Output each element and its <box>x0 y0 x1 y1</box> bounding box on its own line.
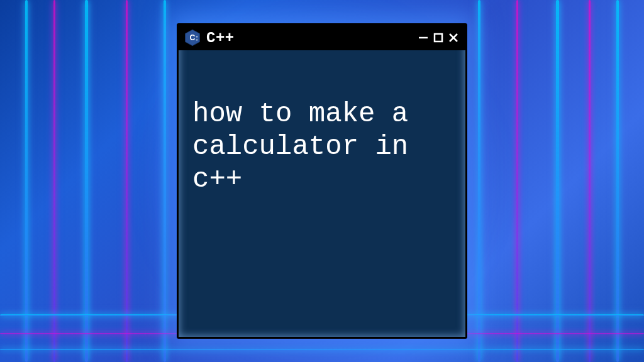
svg-rect-5 <box>435 34 442 41</box>
titlebar[interactable]: C + + C++ <box>179 25 465 50</box>
cpp-icon: C + + <box>184 29 201 47</box>
svg-text:+: + <box>196 38 197 41</box>
window-controls <box>416 31 460 45</box>
svg-text:C: C <box>190 33 196 42</box>
minimize-button[interactable] <box>416 31 430 45</box>
terminal-body[interactable]: how to make a calculator in c++ <box>179 50 465 337</box>
close-button[interactable] <box>447 31 460 45</box>
terminal-window: C + + C++ <box>177 23 467 339</box>
terminal-text: how to make a calculator in c++ <box>192 98 408 195</box>
maximize-button[interactable] <box>431 31 445 45</box>
window-title: C++ <box>206 30 411 47</box>
